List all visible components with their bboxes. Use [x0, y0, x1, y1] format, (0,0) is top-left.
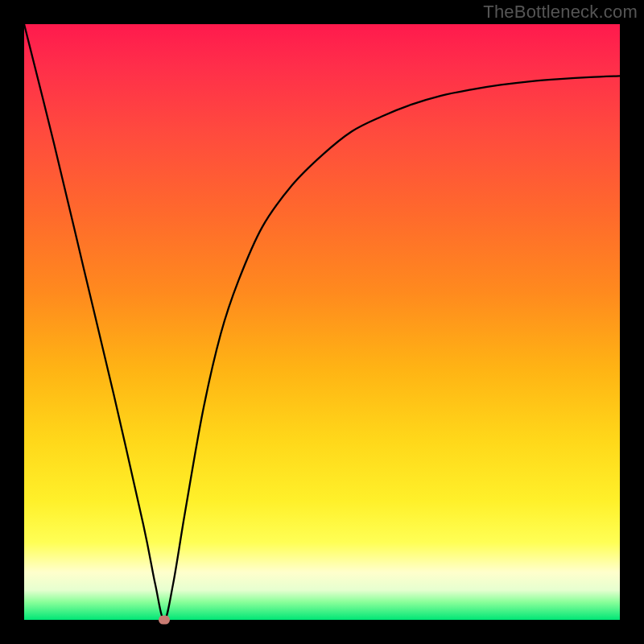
bottleneck-curve: [24, 24, 620, 620]
chart-frame: TheBottleneck.com: [0, 0, 644, 644]
watermark-text: TheBottleneck.com: [483, 2, 638, 23]
optimal-marker: [159, 616, 170, 625]
plot-area: [24, 24, 620, 620]
